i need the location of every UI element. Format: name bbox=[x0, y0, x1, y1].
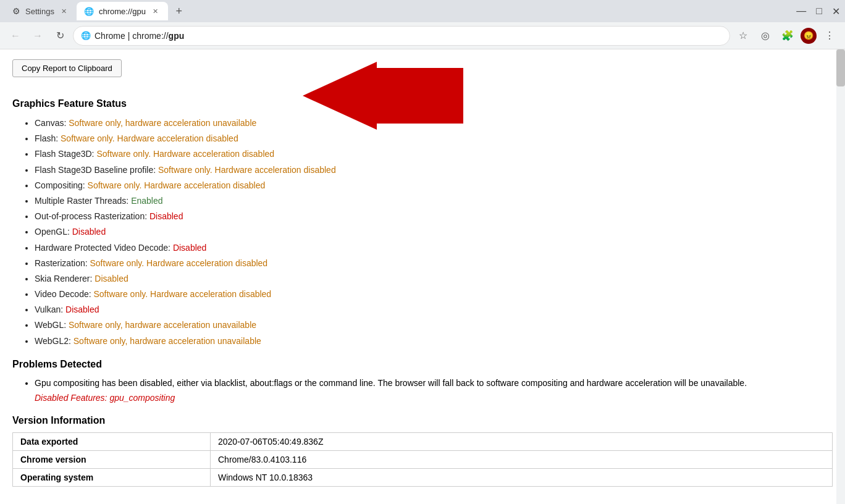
back-icon: ← bbox=[11, 30, 20, 41]
vulkan-status: Disabled bbox=[65, 304, 99, 314]
version-key-os: Operating system bbox=[13, 469, 211, 487]
avatar-icon: 😠 bbox=[804, 31, 813, 40]
minimize-button[interactable]: — bbox=[796, 6, 806, 17]
extensions-button[interactable]: 🧩 bbox=[778, 27, 797, 45]
menu-icon: ⋮ bbox=[825, 30, 834, 41]
version-section-title: Version Information bbox=[12, 415, 833, 426]
list-item: Hardware Protected Video Decode: Disable… bbox=[35, 240, 833, 256]
video-decode-status: Software only. Hardware acceleration dis… bbox=[93, 289, 271, 299]
window-controls: — □ ✕ bbox=[796, 6, 840, 17]
address-url-text: chrome://gpu bbox=[132, 31, 184, 41]
compositing-status: Software only. Hardware acceleration dis… bbox=[88, 180, 266, 190]
bookmark-icon: ☆ bbox=[739, 30, 747, 41]
webgl-status: Software only, hardware acceleration una… bbox=[69, 320, 256, 330]
scrollbar-thumb[interactable] bbox=[836, 49, 845, 86]
flash-stage3d-baseline-status: Software only. Hardware acceleration dis… bbox=[158, 165, 336, 175]
webgl2-status: Software only, hardware acceleration una… bbox=[74, 336, 261, 346]
globe-icon bbox=[84, 7, 94, 16]
list-item: Out-of-process Rasterization: Disabled bbox=[35, 209, 833, 224]
problems-section-title: Problems Detected bbox=[12, 359, 833, 370]
list-item: Flash Stage3D: Software only. Hardware a… bbox=[35, 146, 833, 162]
tab-gpu[interactable]: chrome://gpu ✕ bbox=[77, 2, 168, 20]
bookmark-button[interactable]: ☆ bbox=[734, 27, 752, 45]
list-item: Rasterization: Software only. Hardware a… bbox=[35, 256, 833, 271]
new-tab-button[interactable]: + bbox=[170, 2, 188, 20]
version-key-data-exported: Data exported bbox=[13, 433, 211, 451]
site-label: Chrome bbox=[95, 31, 125, 41]
copy-report-button[interactable]: Copy Report to Clipboard bbox=[12, 59, 122, 77]
list-item: Flash: Software only. Hardware accelerat… bbox=[35, 131, 833, 146]
skia-status: Disabled bbox=[95, 274, 128, 284]
problem-text: Gpu compositing has been disabled, eithe… bbox=[35, 378, 747, 388]
list-item: Canvas: Software only, hardware accelera… bbox=[35, 116, 833, 131]
version-key-chrome: Chrome version bbox=[13, 451, 211, 469]
reload-icon: ↻ bbox=[56, 30, 64, 41]
table-row: Chrome version Chrome/83.0.4103.116 bbox=[13, 451, 833, 469]
table-row: Data exported 2020-07-06T05:40:49.836Z bbox=[13, 433, 833, 451]
list-item: WebGL: Software only, hardware accelerat… bbox=[35, 317, 833, 333]
menu-button[interactable]: ⋮ bbox=[820, 27, 839, 45]
avatar[interactable]: 😠 bbox=[801, 28, 817, 44]
list-item: OpenGL: Disabled bbox=[35, 224, 833, 240]
address-bar[interactable]: 🌐 Chrome | chrome://gpu bbox=[73, 26, 730, 46]
disabled-features-label: Disabled Features: gpu_compositing bbox=[35, 393, 175, 403]
reload-button[interactable]: ↻ bbox=[51, 27, 69, 45]
forward-icon: → bbox=[33, 30, 43, 41]
tab-gpu-close[interactable]: ✕ bbox=[151, 6, 161, 16]
list-item: Vulkan: Disabled bbox=[35, 302, 833, 317]
table-row: Operating system Windows NT 10.0.18363 bbox=[13, 469, 833, 487]
list-item: Flash Stage3D Baseline profile: Software… bbox=[35, 162, 833, 178]
tab-gpu-label: chrome://gpu bbox=[99, 7, 146, 16]
gear-icon bbox=[12, 6, 20, 16]
toolbar: ← → ↻ 🌐 Chrome | chrome://gpu ☆ ◎ 🧩 😠 ⋮ bbox=[0, 22, 845, 49]
list-item: WebGL2: Software only, hardware accelera… bbox=[35, 334, 833, 349]
hw-video-decode-status: Disabled bbox=[173, 243, 206, 253]
raster-threads-status: Enabled bbox=[131, 196, 162, 206]
graphics-section-title: Graphics Feature Status bbox=[12, 98, 833, 109]
back-button[interactable]: ← bbox=[6, 27, 25, 45]
list-item: Multiple Raster Threads: Enabled bbox=[35, 193, 833, 209]
problems-list: Gpu compositing has been disabled, eithe… bbox=[12, 376, 833, 406]
oop-raster-status: Disabled bbox=[149, 211, 183, 221]
maximize-button[interactable]: □ bbox=[816, 6, 822, 17]
forward-button[interactable]: → bbox=[28, 27, 47, 45]
version-table: Data exported 2020-07-06T05:40:49.836Z C… bbox=[12, 432, 833, 487]
graphics-feature-list: Canvas: Software only, hardware accelera… bbox=[12, 116, 833, 349]
chrome-labs-icon: ◎ bbox=[761, 30, 770, 41]
page-content: Copy Report to Clipboard Graphics Featur… bbox=[0, 49, 845, 504]
address-bar-site: Chrome | chrome://gpu bbox=[95, 31, 184, 41]
toolbar-right: ☆ ◎ 🧩 😠 ⋮ bbox=[734, 27, 839, 45]
tab-settings-label: Settings bbox=[25, 7, 54, 16]
list-item: Skia Renderer: Disabled bbox=[35, 271, 833, 287]
list-item: Gpu compositing has been disabled, eithe… bbox=[35, 376, 833, 406]
opengl-status: Disabled bbox=[72, 227, 106, 237]
tab-settings-close[interactable]: ✕ bbox=[59, 6, 69, 16]
rasterization-status: Software only. Hardware acceleration dis… bbox=[90, 258, 267, 268]
flash-status: Software only. Hardware acceleration dis… bbox=[61, 133, 238, 143]
tab-settings[interactable]: Settings ✕ bbox=[5, 2, 77, 20]
version-value-chrome: Chrome/83.0.4103.116 bbox=[211, 451, 833, 469]
close-button[interactable]: ✕ bbox=[832, 6, 840, 17]
list-item: Video Decode: Software only. Hardware ac… bbox=[35, 287, 833, 302]
title-bar: Settings ✕ chrome://gpu ✕ + — □ ✕ bbox=[0, 0, 845, 22]
disabled-features-value: gpu_compositing bbox=[109, 393, 175, 403]
version-value-os: Windows NT 10.0.18363 bbox=[211, 469, 833, 487]
flash-stage3d-status: Software only. Hardware acceleration dis… bbox=[96, 149, 274, 159]
extensions-icon: 🧩 bbox=[781, 30, 794, 41]
scrollbar[interactable] bbox=[836, 49, 845, 504]
chrome-labs-button[interactable]: ◎ bbox=[756, 27, 775, 45]
list-item: Compositing: Software only. Hardware acc… bbox=[35, 178, 833, 193]
site-security-icon: 🌐 bbox=[81, 31, 91, 40]
version-value-data-exported: 2020-07-06T05:40:49.836Z bbox=[211, 433, 833, 451]
canvas-status: Software only, hardware acceleration una… bbox=[69, 118, 256, 128]
